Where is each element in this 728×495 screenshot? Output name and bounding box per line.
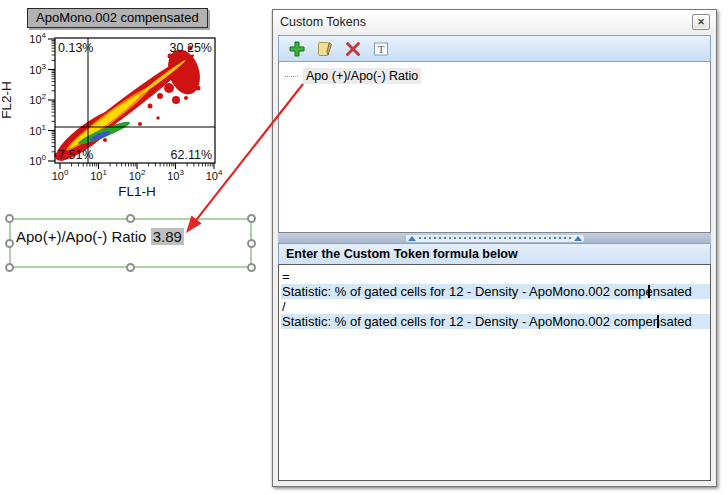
resize-handle-n[interactable] [126, 214, 135, 223]
ratio-token-value: 3.89 [151, 228, 184, 245]
edit-note-icon [316, 40, 334, 58]
density-plot: 0.13% 30.25% 7.51% 62.11% 10010110210310… [0, 28, 265, 205]
dialog-toolbar: T [278, 35, 711, 62]
density-plot-object[interactable]: ApoMono.002 compensated [0, 0, 265, 205]
resize-handle-e[interactable] [247, 239, 256, 248]
x-tick-label: 103 [167, 168, 184, 182]
resize-handle-w[interactable] [5, 239, 14, 248]
dialog-title: Custom Tokens [280, 15, 366, 29]
x-tick-label: 101 [90, 168, 107, 182]
collapse-up-icon [408, 236, 416, 241]
plot-title: ApoMono.002 compensated [27, 8, 208, 28]
text-token-button[interactable]: T [371, 39, 391, 59]
quadrant-label-lr: 62.11% [171, 148, 212, 162]
formula-line: = [281, 269, 710, 284]
panel-splitter[interactable] [278, 233, 711, 243]
y-tick-label: 104 [29, 31, 46, 45]
formula-line: / [281, 299, 710, 314]
close-icon: ✕ [697, 17, 705, 27]
x-tick-label: 102 [129, 168, 146, 182]
tree-branch-icon [285, 76, 298, 77]
splitter-dots [419, 237, 571, 239]
dialog-titlebar[interactable]: Custom Tokens ✕ [273, 10, 716, 35]
delete-x-icon [344, 40, 362, 58]
add-token-button[interactable] [287, 39, 307, 59]
resize-handle-sw[interactable] [5, 263, 14, 272]
splitter-collapse-handle[interactable] [406, 235, 584, 242]
formula-header: Enter the Custom Token formula below [278, 243, 711, 264]
ratio-text: Apo(+)/Apo(-) Ratio 3.89 [16, 228, 184, 245]
y-axis-label: FL2-H [0, 81, 14, 119]
screen: ApoMono.002 compensated [0, 0, 728, 495]
ratio-textbox[interactable]: Apo(+)/Apo(-) Ratio 3.89 [9, 218, 252, 268]
x-tick-label: 100 [52, 168, 69, 182]
text-cursor [657, 315, 659, 328]
y-tick-label: 101 [29, 123, 46, 137]
quadrant-label-ul: 0.13% [58, 41, 93, 55]
close-button[interactable]: ✕ [692, 14, 710, 30]
x-axis-label: FL1-H [118, 184, 156, 199]
delete-token-button[interactable] [343, 39, 363, 59]
ratio-label: Apo(+)/Apo(-) Ratio [16, 228, 146, 245]
formula-editor[interactable]: = Statistic: % of gated cells for 12 - D… [278, 264, 711, 481]
quadrant-label-ll: 7.51% [58, 148, 93, 162]
plus-icon [288, 40, 306, 58]
dialog-content: T Apo (+)/Apo(-) Ratio En [278, 35, 711, 481]
quadrant-label-ur: 30.25% [170, 41, 212, 55]
custom-tokens-dialog: Custom Tokens ✕ [272, 9, 717, 487]
formula-line-token: Statistic: % of gated cells for 12 - Den… [281, 284, 710, 299]
x-tick-label: 104 [206, 168, 223, 182]
y-tick-label: 102 [29, 92, 46, 106]
y-tick-label: 103 [29, 62, 46, 76]
svg-text:T: T [378, 43, 385, 55]
y-tick-label: 100 [29, 153, 46, 167]
collapse-up-icon [574, 236, 582, 241]
token-list-item[interactable]: Apo (+)/Apo(-) Ratio [279, 62, 710, 86]
resize-handle-se[interactable] [247, 263, 256, 272]
token-label: Apo (+)/Apo(-) Ratio [303, 68, 421, 84]
resize-handle-s[interactable] [126, 263, 135, 272]
resize-handle-ne[interactable] [247, 214, 256, 223]
text-token-icon: T [372, 40, 390, 58]
edit-token-button[interactable] [315, 39, 335, 59]
text-cursor [648, 285, 650, 298]
resize-handle-nw[interactable] [5, 214, 14, 223]
formula-line-token: Statistic: % of gated cells for 12 - Den… [281, 314, 710, 329]
token-list: Apo (+)/Apo(-) Ratio [278, 62, 711, 233]
